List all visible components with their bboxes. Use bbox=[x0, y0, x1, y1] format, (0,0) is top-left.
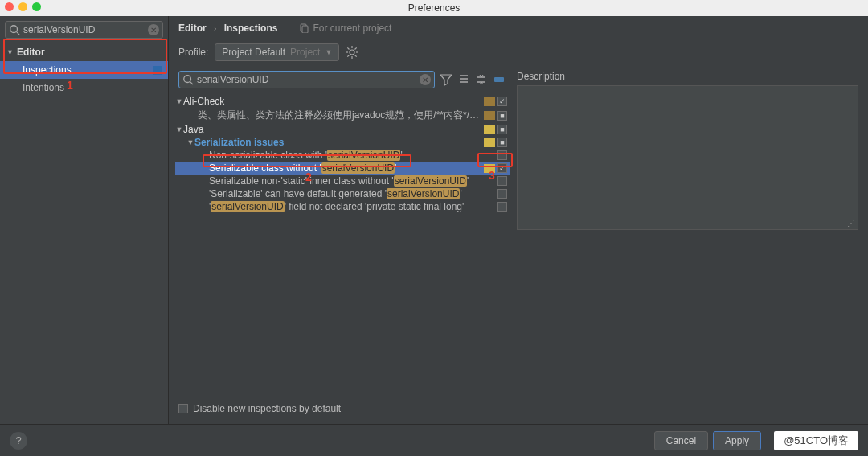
chevron-down-icon: ▼ bbox=[6, 48, 14, 56]
tree-item[interactable]: Non-serializable class with 'serialVersi… bbox=[175, 149, 510, 162]
expand-all-icon[interactable] bbox=[457, 73, 470, 86]
clear-icon[interactable]: ✕ bbox=[420, 74, 431, 85]
severity-indicator bbox=[484, 97, 495, 106]
filter-icon[interactable] bbox=[440, 73, 452, 86]
annotation-label-2: 2 bbox=[305, 170, 312, 183]
window-controls[interactable] bbox=[5, 2, 41, 11]
inspection-tree[interactable]: ▼ Ali-Check 类、类属性、类方法的注释必须使用javadoc规范，使用… bbox=[175, 95, 510, 398]
checkbox[interactable]: ■ bbox=[497, 111, 507, 121]
disable-new-label: Disable new inspections by default bbox=[193, 403, 341, 414]
disable-new-checkbox[interactable] bbox=[178, 404, 188, 413]
annotation-label-3: 3 bbox=[489, 169, 495, 182]
gear-icon[interactable] bbox=[346, 46, 358, 59]
severity-indicator bbox=[484, 125, 495, 134]
profile-label: Profile: bbox=[178, 47, 208, 58]
project-scope-icon bbox=[153, 66, 162, 75]
window-title: Preferences bbox=[408, 2, 461, 14]
tree-group-ali-check[interactable]: ▼ Ali-Check bbox=[175, 95, 510, 108]
chevron-down-icon: ▼ bbox=[175, 97, 183, 105]
reset-icon[interactable] bbox=[493, 73, 506, 86]
checkbox[interactable] bbox=[497, 97, 507, 106]
checkbox[interactable] bbox=[497, 189, 507, 199]
sidebar-item-label: Intentions bbox=[23, 82, 64, 93]
description-label: Description bbox=[517, 69, 858, 82]
minimize-icon[interactable] bbox=[18, 2, 27, 11]
inspection-search[interactable]: ✕ bbox=[178, 71, 435, 88]
svg-rect-3 bbox=[302, 26, 308, 33]
checkbox[interactable]: ■ bbox=[497, 125, 507, 134]
titlebar: Preferences bbox=[0, 0, 868, 16]
inspection-search-input[interactable] bbox=[197, 74, 420, 85]
svg-line-11 bbox=[348, 55, 350, 57]
svg-point-4 bbox=[350, 50, 354, 55]
tree-item[interactable]: 'Serializable' can have default generate… bbox=[175, 187, 510, 200]
checkbox[interactable]: ■ bbox=[497, 138, 507, 147]
maximize-icon[interactable] bbox=[32, 2, 41, 11]
watermark: @51CTO博客 bbox=[774, 431, 858, 450]
sidebar-category-label: Editor bbox=[17, 47, 45, 58]
tree-group-java[interactable]: ▼ Java ■ bbox=[175, 123, 510, 136]
checkbox[interactable] bbox=[497, 150, 507, 160]
apply-button[interactable]: Apply bbox=[713, 431, 761, 450]
sidebar-item-inspections[interactable]: Inspections bbox=[0, 61, 168, 79]
cancel-button[interactable]: Cancel bbox=[654, 431, 708, 450]
close-icon[interactable] bbox=[5, 2, 14, 11]
project-scope-label: For current project bbox=[300, 23, 391, 34]
svg-line-1 bbox=[17, 32, 20, 35]
tree-item-selected[interactable]: Serializable class without 'serialVersio… bbox=[175, 162, 510, 175]
sidebar-category-editor[interactable]: ▼ Editor bbox=[0, 43, 168, 61]
sidebar: ✕ ▼ Editor Inspections Intentions bbox=[0, 16, 169, 424]
severity-indicator bbox=[484, 190, 495, 199]
svg-line-12 bbox=[355, 47, 357, 49]
svg-point-13 bbox=[184, 76, 191, 83]
sidebar-item-label: Inspections bbox=[23, 64, 72, 76]
svg-point-0 bbox=[10, 26, 18, 33]
checkbox[interactable] bbox=[497, 202, 507, 212]
severity-indicator bbox=[484, 138, 495, 147]
chevron-down-icon: ▼ bbox=[325, 48, 332, 56]
clear-icon[interactable]: ✕ bbox=[148, 24, 159, 35]
checkbox[interactable] bbox=[497, 163, 507, 173]
resize-handle-icon[interactable]: ⋰ bbox=[847, 219, 855, 228]
search-icon bbox=[9, 24, 20, 35]
profile-dropdown[interactable]: Project Default Project ▼ bbox=[215, 43, 339, 61]
tree-item[interactable]: 'serialVersionUID' field not declared 'p… bbox=[175, 200, 510, 213]
severity-indicator bbox=[484, 203, 495, 212]
description-panel: ⋰ bbox=[517, 85, 858, 230]
main-panel: Editor › Inspections For current project… bbox=[169, 16, 868, 424]
search-icon bbox=[182, 74, 194, 85]
chevron-right-icon: › bbox=[214, 24, 216, 33]
severity-indicator bbox=[484, 151, 495, 160]
svg-line-9 bbox=[348, 47, 350, 49]
tree-subgroup-serialization[interactable]: ▼ Serialization issues ■ bbox=[175, 136, 510, 149]
collapse-all-icon[interactable] bbox=[475, 73, 488, 86]
svg-rect-15 bbox=[494, 77, 504, 82]
sidebar-search-input[interactable] bbox=[23, 24, 148, 35]
svg-line-10 bbox=[355, 55, 357, 57]
chevron-down-icon: ▼ bbox=[175, 125, 183, 134]
annotation-label-1: 1 bbox=[67, 79, 73, 92]
page-icon bbox=[300, 23, 309, 33]
sidebar-item-intentions[interactable]: Intentions bbox=[0, 79, 168, 97]
chevron-down-icon: ▼ bbox=[186, 138, 194, 146]
severity-indicator bbox=[484, 111, 495, 120]
checkbox[interactable] bbox=[497, 176, 507, 186]
svg-line-14 bbox=[190, 82, 194, 85]
help-button[interactable]: ? bbox=[10, 432, 27, 450]
sidebar-search[interactable]: ✕ bbox=[5, 21, 163, 39]
breadcrumb: Editor › Inspections bbox=[178, 23, 277, 34]
tree-item[interactable]: 类、类属性、类方法的注释必须使用javadoc规范，使用/**内容*/格式，不.… bbox=[175, 108, 510, 123]
tree-item[interactable]: Serializable non-'static' inner class wi… bbox=[175, 175, 510, 187]
